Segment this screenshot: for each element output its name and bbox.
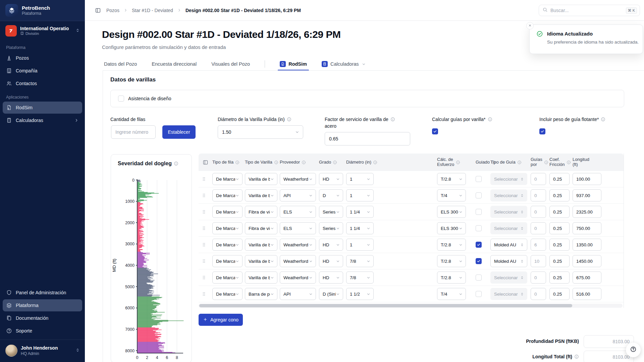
table-input[interactable]: 0 [531, 222, 546, 234]
table-select[interactable]: ELS [280, 222, 316, 234]
table-select[interactable]: Varilla de bo [245, 272, 277, 284]
table-input[interactable]: 10 [531, 255, 546, 267]
table-select[interactable]: Molded AU [490, 239, 527, 251]
table-select[interactable]: 1 1/2 [346, 288, 374, 300]
sidebar-item-pozos[interactable]: Pozos [3, 52, 82, 64]
table-input[interactable]: 0 [531, 189, 546, 201]
info-icon[interactable] [456, 160, 460, 165]
table-select[interactable]: 1 [346, 239, 374, 251]
guided-checkbox[interactable] [476, 242, 482, 248]
guided-checkbox[interactable] [476, 225, 482, 231]
table-select[interactable]: 1 1/4 [346, 206, 374, 218]
sidebar-footer-item-documentaci-n[interactable]: Documentación [3, 312, 82, 324]
drag-handle-icon[interactable] [201, 275, 207, 280]
info-icon[interactable] [302, 160, 306, 165]
help-button[interactable] [626, 343, 641, 357]
tab-visuales-del-pozo[interactable]: Visuales del Pozo [211, 58, 250, 70]
guided-checkbox[interactable] [476, 275, 482, 281]
breadcrumb-item[interactable]: Star #1D - Deviated [132, 8, 173, 13]
table-select[interactable]: De Marca [212, 288, 243, 300]
table-select[interactable]: De Marca [212, 272, 243, 284]
table-select[interactable]: T/4 [437, 288, 466, 300]
guided-checkbox[interactable] [476, 258, 482, 264]
sidebar-item-contactos[interactable]: Contactos [3, 77, 82, 89]
table-select[interactable]: D (Sinker [319, 288, 343, 300]
table-select[interactable]: HD [319, 239, 343, 251]
table-select[interactable]: Seleccionar [490, 288, 527, 300]
table-select[interactable]: Seleccionar [490, 222, 527, 234]
table-select[interactable]: 1 [346, 189, 374, 201]
table-input[interactable]: 0.25 [549, 189, 570, 201]
service-factor-input[interactable]: 0.65 [325, 132, 410, 145]
psn-depth-input[interactable]: 8103.00 [584, 335, 634, 348]
table-select[interactable]: De Marca [212, 255, 243, 267]
table-select[interactable]: Fibra de vidr [245, 206, 277, 218]
breadcrumb-item[interactable]: Design #002.00 Star #1D - Deviated 1/18/… [185, 8, 301, 13]
table-select[interactable]: Seleccionar [490, 189, 527, 201]
table-input[interactable]: 6 [531, 239, 546, 251]
table-select[interactable]: 1 [346, 173, 374, 185]
drag-handle-icon[interactable] [201, 258, 207, 264]
horizontal-scrollbar[interactable] [199, 304, 623, 308]
tab-datos-del-pozo[interactable]: Datos del Pozo [104, 58, 137, 70]
row-count-input[interactable]: Ingrese número [111, 125, 156, 139]
table-select[interactable]: Seleccionar [490, 206, 527, 218]
info-icon[interactable] [488, 117, 492, 122]
guided-checkbox[interactable] [476, 209, 482, 215]
table-input[interactable]: 675.00 [573, 272, 601, 284]
drag-handle-icon[interactable] [201, 226, 207, 231]
table-select[interactable]: De Marca [212, 206, 243, 218]
sidebar-footer-item-panel-de-administraci-n[interactable]: Panel de Administración [3, 287, 82, 299]
table-select[interactable]: 1 1/4 [346, 222, 374, 234]
table-select[interactable]: ELS [280, 206, 316, 218]
table-input[interactable]: 0 [531, 272, 546, 284]
table-input[interactable]: 1450.00 [573, 255, 601, 267]
info-icon[interactable] [544, 160, 548, 165]
set-rows-button[interactable]: Establecer [162, 125, 196, 139]
table-select[interactable]: Varilla de bo [245, 255, 277, 267]
table-select[interactable]: T/2.8 [437, 173, 466, 185]
table-select[interactable]: Seleccionar [490, 173, 527, 185]
table-input[interactable]: 0.25 [549, 173, 570, 185]
sidebar-item-compa-a[interactable]: Compañía [3, 65, 82, 77]
table-select[interactable]: HD [319, 173, 343, 185]
table-select[interactable]: De Marca [212, 189, 243, 201]
table-input[interactable]: 100.00 [573, 173, 601, 185]
guided-checkbox[interactable] [476, 291, 482, 297]
info-icon[interactable] [574, 354, 579, 359]
table-select[interactable]: Series 3 [319, 206, 343, 218]
table-input[interactable]: 1350.00 [573, 239, 601, 251]
table-input[interactable]: 0.25 [549, 222, 570, 234]
table-select[interactable]: 7/8 [346, 272, 374, 284]
table-select[interactable]: Fibra de vidr [245, 222, 277, 234]
table-select[interactable]: Varilla de bo [245, 239, 277, 251]
table-input[interactable]: 0.25 [549, 288, 570, 300]
design-assist-checkbox[interactable] [118, 96, 124, 102]
float-guide-checkbox[interactable] [539, 128, 545, 134]
table-select[interactable]: De Marca [212, 173, 243, 185]
table-select[interactable]: Varilla de bo [245, 173, 277, 185]
table-select[interactable]: De Marca [212, 222, 243, 234]
info-icon[interactable] [174, 161, 178, 166]
info-icon[interactable] [274, 160, 278, 165]
table-select[interactable]: De Marca [212, 239, 243, 251]
table-select[interactable]: Barra de pes [245, 288, 277, 300]
sidebar-toggle-icon[interactable] [95, 7, 101, 13]
table-select[interactable]: Weatherford [280, 173, 316, 185]
table-input[interactable]: 0.25 [549, 255, 570, 267]
table-select[interactable]: Varilla de bo [245, 189, 277, 201]
table-select[interactable]: API [280, 189, 316, 201]
table-input[interactable]: 0 [531, 206, 546, 218]
info-icon[interactable] [390, 117, 395, 122]
table-select[interactable]: D [319, 189, 343, 201]
info-icon[interactable] [601, 117, 605, 122]
table-input[interactable]: 0.25 [549, 206, 570, 218]
table-select[interactable]: ELS 300 [437, 206, 466, 218]
table-select[interactable]: Weatherford [280, 239, 316, 251]
table-select[interactable]: Weatherford [280, 255, 316, 267]
drag-handle-icon[interactable] [201, 193, 207, 198]
table-input[interactable]: 0.25 [549, 272, 570, 284]
toast-close-button[interactable] [526, 22, 534, 29]
table-input[interactable]: 750.00 [573, 222, 601, 234]
table-select[interactable]: HD [319, 272, 343, 284]
